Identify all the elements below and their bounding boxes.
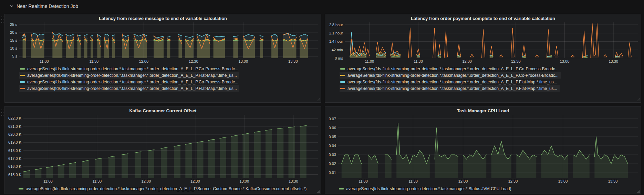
legend-item[interactable]: averageSeries(fds-flink-streaming-order-… bbox=[340, 85, 560, 92]
legend-item[interactable]: averageSeries(fds-flink-streaming-order-… bbox=[340, 65, 561, 72]
x-tick-label: 12:00 bbox=[458, 179, 468, 183]
chart-plot[interactable] bbox=[338, 115, 638, 178]
legend-label[interactable]: averageSeries(fds-flink-streaming-order-… bbox=[27, 86, 237, 91]
x-tick-label: 12:00 bbox=[139, 59, 149, 63]
x-tick-label: 13:30 bbox=[608, 179, 618, 183]
x-tick-label: 11:00 bbox=[359, 179, 368, 183]
chart-plot[interactable] bbox=[23, 115, 318, 178]
panel-title[interactable]: Latency from receive message to end of v… bbox=[5, 14, 321, 22]
panel-title[interactable]: Latency from order payment complete to e… bbox=[325, 14, 641, 22]
row-drag-handle[interactable] bbox=[1, 16, 4, 24]
legend-color-swatch[interactable] bbox=[19, 188, 23, 189]
panel-title[interactable]: Kafka Consumer Current Offset bbox=[5, 106, 321, 115]
y-tick-label: 620.0 K bbox=[8, 132, 21, 137]
chart-canvas[interactable] bbox=[23, 115, 318, 178]
legend-label[interactable]: averageSeries(fds-flink-streaming-order-… bbox=[27, 80, 238, 84]
chart-canvas[interactable] bbox=[19, 22, 318, 58]
legend-label[interactable]: averageSeries(fds-flink-streaming-order-… bbox=[27, 66, 238, 71]
panel-title[interactable]: Task Manager CPU Load bbox=[325, 106, 641, 115]
x-tick-label: 13:30 bbox=[609, 59, 618, 63]
legend-item[interactable]: averageSeries(fds-flink-streaming-order-… bbox=[18, 185, 309, 192]
legend-item[interactable]: averageSeries(fds-flink-streaming-order-… bbox=[338, 185, 514, 192]
series-fill bbox=[220, 137, 226, 178]
legend-label[interactable]: averageSeries(fds-flink-streaming-order-… bbox=[347, 86, 557, 91]
series-fill bbox=[174, 145, 180, 178]
chart-canvas[interactable] bbox=[338, 115, 638, 178]
legend-color-swatch[interactable] bbox=[20, 68, 25, 70]
row-title[interactable]: Near Realtime Detection Job bbox=[17, 3, 78, 9]
y-tick-label: 42 min bbox=[332, 48, 343, 52]
y-axis: 622.0 K621.0 K620.0 K619.0 K618.0 K617.0… bbox=[5, 115, 23, 178]
series-fill bbox=[482, 30, 485, 58]
y-tick-label: 5 s bbox=[12, 54, 17, 59]
x-tick-label: 12:30 bbox=[190, 179, 200, 183]
x-tick-label: 11:00 bbox=[43, 179, 53, 183]
y-axis: 2.8 hour2.1 hour1.4 hour42 min0 ms bbox=[325, 22, 345, 58]
x-tick-label: 11:30 bbox=[408, 179, 418, 183]
legend-label[interactable]: averageSeries(fds-flink-streaming-order-… bbox=[27, 73, 237, 78]
chart-plot[interactable] bbox=[19, 22, 318, 58]
chevron-down-icon[interactable] bbox=[10, 4, 14, 8]
y-tick-label: 621.0 K bbox=[8, 124, 21, 129]
y-tick-label: 2.8 hour bbox=[329, 22, 343, 27]
y-tick-label: 0.05 bbox=[329, 134, 336, 139]
x-tick-label: 12:30 bbox=[189, 59, 198, 63]
legend-color-swatch[interactable] bbox=[340, 81, 345, 83]
series-fill bbox=[208, 139, 215, 178]
legend-label[interactable]: averageSeries(fds-flink-streaming-order-… bbox=[347, 80, 557, 84]
legend-item[interactable]: averageSeries(fds-flink-streaming-order-… bbox=[19, 72, 239, 79]
panel-task-manager-cpu-load: Task Manager CPU Load 0.070.060.050.040.… bbox=[325, 106, 641, 194]
x-tick-label: 12:30 bbox=[508, 179, 518, 183]
y-axis: 25 s20 s15 s10 s5 s bbox=[5, 22, 19, 58]
legend-color-swatch[interactable] bbox=[340, 68, 345, 70]
legend-item[interactable]: averageSeries(fds-flink-streaming-order-… bbox=[19, 79, 241, 85]
series-fill bbox=[254, 131, 261, 178]
legend-item[interactable]: averageSeries(fds-flink-streaming-order-… bbox=[340, 79, 560, 85]
y-tick-label: 1.4 hour bbox=[329, 39, 343, 44]
legend-color-swatch[interactable] bbox=[340, 88, 345, 89]
legend-item[interactable]: averageSeries(fds-flink-streaming-order-… bbox=[19, 85, 239, 92]
panel-resize-handle[interactable] bbox=[637, 98, 640, 102]
legend: averageSeries(fds-flink-streaming-order-… bbox=[5, 185, 321, 192]
series-fill bbox=[161, 147, 167, 178]
legend-color-swatch[interactable] bbox=[339, 188, 344, 189]
panel-resize-handle[interactable] bbox=[317, 98, 320, 102]
x-tick-label: 11:00 bbox=[365, 59, 374, 63]
legend-label[interactable]: averageSeries(fds-flink-streaming-order-… bbox=[347, 73, 559, 78]
legend-item[interactable]: averageSeries(fds-flink-streaming-order-… bbox=[340, 72, 561, 79]
series-fill bbox=[582, 31, 586, 58]
series-fill bbox=[35, 168, 41, 178]
legend-color-swatch[interactable] bbox=[20, 81, 25, 83]
panel-kafka-consumer-offset: Kafka Consumer Current Offset 622.0 K621… bbox=[4, 106, 321, 194]
y-tick-label: 618.0 K bbox=[8, 148, 21, 153]
series-fill bbox=[511, 28, 514, 58]
y-tick-label: 20 s bbox=[10, 30, 17, 35]
legend-color-swatch[interactable] bbox=[20, 88, 25, 89]
y-tick-label: 617.0 K bbox=[8, 156, 21, 161]
chart-canvas[interactable] bbox=[345, 22, 638, 58]
chart-plot[interactable] bbox=[345, 22, 638, 58]
legend-label[interactable]: averageSeries(fds-flink-streaming-order-… bbox=[346, 186, 511, 191]
row-header[interactable]: Near Realtime Detection Job bbox=[10, 2, 78, 10]
y-tick-label: 616.0 K bbox=[8, 164, 21, 169]
legend-color-swatch[interactable] bbox=[340, 75, 345, 76]
legend-label[interactable]: averageSeries(fds-flink-streaming-order-… bbox=[26, 186, 307, 191]
series-fill bbox=[197, 141, 204, 178]
row-drag-handle[interactable] bbox=[1, 109, 4, 117]
series-fill bbox=[122, 154, 128, 178]
series-fill bbox=[148, 150, 154, 178]
legend-item[interactable]: averageSeries(fds-flink-streaming-order-… bbox=[19, 65, 241, 72]
x-tick-label: 13:30 bbox=[289, 179, 298, 183]
legend: averageSeries(fds-flink-streaming-order-… bbox=[5, 65, 321, 92]
series-fill bbox=[277, 128, 283, 178]
panel-resize-handle[interactable] bbox=[317, 189, 320, 193]
panel-resize-handle[interactable] bbox=[637, 189, 640, 193]
legend-label[interactable]: averageSeries(fds-flink-streaming-order-… bbox=[347, 66, 559, 71]
series-fill bbox=[368, 155, 378, 178]
series-fill bbox=[231, 135, 238, 178]
y-tick-label: 615.0 K bbox=[8, 172, 21, 177]
series-fill bbox=[628, 43, 631, 58]
series-fill bbox=[594, 137, 628, 178]
x-axis: 11:0011:3012:0012:3013:0013:30 bbox=[338, 178, 638, 184]
legend-color-swatch[interactable] bbox=[20, 75, 25, 76]
